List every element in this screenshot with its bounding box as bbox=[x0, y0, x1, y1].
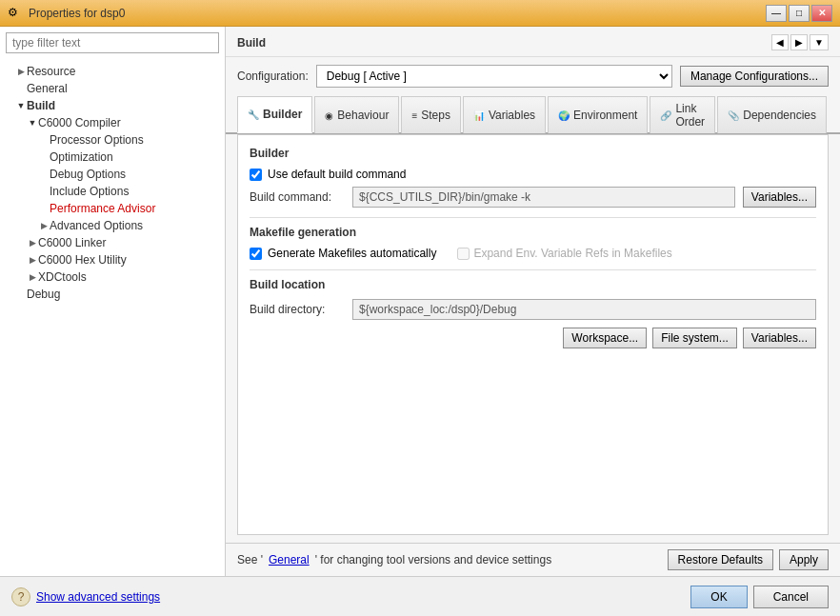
tree-arrow-resource: ▶ bbox=[15, 67, 27, 76]
content-area: Builder Use default build command Build … bbox=[237, 134, 829, 535]
steps-icon: ≡ bbox=[411, 110, 417, 121]
tree-item-debug[interactable]: Debug bbox=[0, 286, 225, 303]
manage-configurations-button[interactable]: Manage Configurations... bbox=[680, 66, 829, 87]
section-divider-2 bbox=[250, 269, 816, 270]
tree-label-processoroptions: Processor Options bbox=[50, 133, 144, 147]
use-default-build-command-checkbox[interactable] bbox=[250, 169, 262, 181]
tree-label-c6000hexutility: C6000 Hex Utility bbox=[38, 253, 127, 267]
tree-item-general[interactable]: General bbox=[0, 80, 225, 97]
tree-item-performanceadvisor[interactable]: Performance Advisor bbox=[0, 200, 225, 217]
tree-label-c6000linker: C6000 Linker bbox=[38, 236, 106, 249]
expand-env-vars-checkbox[interactable] bbox=[457, 248, 470, 260]
build-command-label: Build command: bbox=[250, 190, 345, 204]
tab-steps[interactable]: ≡ Steps bbox=[401, 96, 461, 133]
tree-label-resource: Resource bbox=[27, 65, 75, 78]
tabs-bar: 🔧 Builder ◉ Behaviour ≡ Steps 📊 Variable… bbox=[226, 95, 840, 134]
tab-builder-label: Builder bbox=[263, 108, 302, 121]
expand-env-vars-row: Expand Env. Variable Refs in Makefiles bbox=[457, 247, 671, 260]
footer-buttons: OK Cancel bbox=[690, 586, 829, 608]
apply-button[interactable]: Apply bbox=[779, 549, 829, 570]
right-panel: Build ◀ ▶ ▼ Configuration: Debug [ Activ… bbox=[226, 27, 840, 576]
workspace-button[interactable]: Workspace... bbox=[563, 328, 647, 348]
tree-item-c6000compiler[interactable]: ▼ C6000 Compiler bbox=[0, 114, 225, 131]
footer: ? Show advanced settings OK Cancel bbox=[0, 576, 840, 616]
cancel-button[interactable]: Cancel bbox=[753, 586, 829, 608]
minimize-button[interactable]: — bbox=[766, 5, 787, 22]
footer-left: ? Show advanced settings bbox=[11, 587, 160, 606]
tree-arrow-c6000hexutility: ▶ bbox=[27, 255, 38, 265]
panel-header: Build ◀ ▶ ▼ bbox=[226, 27, 840, 57]
title-bar: ⚙ Properties for dsp0 — □ ✕ bbox=[0, 0, 840, 27]
status-suffix: ' for changing tool versions and device … bbox=[315, 553, 551, 566]
build-location-section-title: Build location bbox=[250, 278, 816, 291]
tree-item-advancedoptions[interactable]: ▶ Advanced Options bbox=[0, 217, 225, 234]
tab-variables-label: Variables bbox=[489, 109, 535, 122]
status-bar: See ' General ' for changing tool versio… bbox=[226, 543, 840, 576]
build-directory-input[interactable] bbox=[352, 299, 816, 320]
file-system-button[interactable]: File system... bbox=[652, 328, 737, 348]
build-directory-label: Build directory: bbox=[250, 303, 345, 316]
maximize-button[interactable]: □ bbox=[789, 5, 810, 22]
restore-defaults-button[interactable]: Restore Defaults bbox=[668, 549, 773, 570]
builder-section-title: Builder bbox=[250, 147, 816, 160]
general-link[interactable]: General bbox=[269, 553, 310, 566]
show-advanced-link[interactable]: Show advanced settings bbox=[36, 590, 160, 604]
tree-item-processoroptions[interactable]: Processor Options bbox=[0, 131, 225, 149]
build-command-row: Build command: Variables... bbox=[250, 187, 816, 208]
environment-icon: 🌍 bbox=[558, 110, 570, 121]
expand-env-vars-label: Expand Env. Variable Refs in Makefiles bbox=[473, 247, 671, 260]
app-icon: ⚙ bbox=[8, 6, 23, 21]
nav-forward-button[interactable]: ▶ bbox=[790, 34, 808, 50]
build-directory-row: Build directory: bbox=[250, 299, 816, 320]
tree-label-xdctools: XDCtools bbox=[38, 270, 87, 284]
main-container: ▶ Resource General ▼ Build ▼ C6000 Compi… bbox=[0, 27, 840, 576]
tab-variables[interactable]: 📊 Variables bbox=[463, 96, 546, 133]
tab-linkorder[interactable]: 🔗 Link Order bbox=[650, 96, 715, 133]
config-label: Configuration: bbox=[237, 70, 309, 83]
tree-item-c6000linker[interactable]: ▶ C6000 Linker bbox=[0, 234, 225, 251]
status-prefix: See ' bbox=[237, 553, 263, 566]
tree-arrow-xdctools: ▶ bbox=[27, 272, 38, 282]
section-divider-1 bbox=[250, 217, 816, 218]
linkorder-icon: 🔗 bbox=[660, 110, 671, 121]
config-row: Configuration: Debug [ Active ] Manage C… bbox=[226, 57, 840, 95]
tree-label-includeoptions: Include Options bbox=[50, 185, 129, 198]
behaviour-icon: ◉ bbox=[325, 110, 333, 121]
tree-item-optimization[interactable]: Optimization bbox=[0, 149, 225, 166]
tree-container: ▶ Resource General ▼ Build ▼ C6000 Compi… bbox=[0, 59, 225, 576]
tree-item-debugoptions[interactable]: Debug Options bbox=[0, 166, 225, 183]
dependencies-icon: 📎 bbox=[728, 110, 739, 121]
filter-input[interactable] bbox=[6, 32, 219, 53]
config-select[interactable]: Debug [ Active ] bbox=[316, 65, 672, 88]
generate-makefiles-label: Generate Makefiles automatically bbox=[268, 247, 436, 260]
tab-behaviour[interactable]: ◉ Behaviour bbox=[314, 96, 399, 133]
help-icon[interactable]: ? bbox=[11, 587, 30, 606]
tree-item-build[interactable]: ▼ Build bbox=[0, 97, 225, 114]
tab-environment-label: Environment bbox=[573, 109, 637, 122]
tree-arrow-c6000linker: ▶ bbox=[27, 238, 38, 248]
title-bar-buttons: — □ ✕ bbox=[766, 5, 832, 22]
tree-item-resource[interactable]: ▶ Resource bbox=[0, 63, 225, 80]
left-panel: ▶ Resource General ▼ Build ▼ C6000 Compi… bbox=[0, 27, 226, 576]
ok-button[interactable]: OK bbox=[690, 586, 747, 608]
panel-title: Build bbox=[237, 36, 266, 50]
close-button[interactable]: ✕ bbox=[811, 5, 832, 22]
nav-back-button[interactable]: ◀ bbox=[771, 34, 789, 50]
tree-label-c6000compiler: C6000 Compiler bbox=[38, 116, 121, 129]
generate-makefiles-checkbox[interactable] bbox=[250, 248, 262, 260]
tree-item-xdctools[interactable]: ▶ XDCtools bbox=[0, 268, 225, 286]
build-location-variables-button[interactable]: Variables... bbox=[743, 328, 816, 348]
tab-dependencies-label: Dependencies bbox=[743, 109, 816, 122]
tree-arrow-advancedoptions: ▶ bbox=[38, 221, 50, 230]
tab-steps-label: Steps bbox=[421, 109, 450, 122]
tab-builder[interactable]: 🔧 Builder bbox=[237, 96, 312, 133]
tab-environment[interactable]: 🌍 Environment bbox=[548, 96, 648, 133]
build-command-input[interactable] bbox=[352, 187, 735, 208]
build-location-buttons: Workspace... File system... Variables... bbox=[250, 328, 816, 348]
build-command-variables-button[interactable]: Variables... bbox=[743, 187, 816, 208]
nav-dropdown-button[interactable]: ▼ bbox=[810, 34, 829, 50]
tree-item-c6000hexutility[interactable]: ▶ C6000 Hex Utility bbox=[0, 251, 225, 268]
tab-dependencies[interactable]: 📎 Dependencies bbox=[717, 96, 827, 133]
builder-icon: 🔧 bbox=[248, 109, 259, 120]
tree-item-includeoptions[interactable]: Include Options bbox=[0, 183, 225, 200]
